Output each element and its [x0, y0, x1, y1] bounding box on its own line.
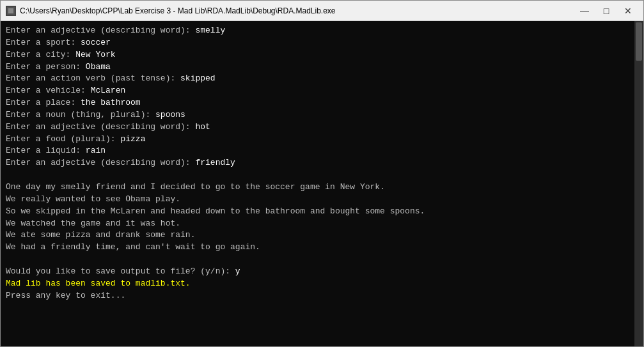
input-noun: spoons [155, 110, 185, 120]
line-12: Enter an adjective (describing word): fr… [6, 157, 629, 169]
window-icon [6, 6, 16, 16]
line-5: Enter an action verb (past tense): skipp… [6, 73, 629, 85]
line-6: Enter a vehicle: McLaren [6, 85, 629, 97]
line-10: Enter a food (plural): pizza [6, 134, 629, 146]
save-line: Would you like to save output to file? (… [6, 266, 629, 278]
prompt-label-10: Enter a food (plural): [6, 134, 120, 144]
console-area: Enter an adjective (describing word): sm… [1, 21, 643, 346]
story-line-1: One day my smelly friend and I decided t… [6, 181, 629, 194]
input-sport: soccer [81, 38, 111, 47]
input-food: pizza [120, 134, 145, 144]
save-confirm-line: Mad lib has been saved to madlib.txt. [6, 278, 629, 290]
input-adjective2: hot [195, 122, 210, 132]
prompt-label-2: Enter a sport: [6, 38, 81, 47]
prompt-label-11: Enter a liquid: [6, 146, 86, 155]
line-3: Enter a city: New York [6, 49, 629, 61]
blank-2 [6, 254, 629, 266]
input-city: New York [75, 50, 115, 59]
title-bar-text: C:\Users\Ryan\Desktop\CPP\Lab Exercise 3… [20, 6, 574, 15]
input-person: Obama [86, 62, 111, 72]
input-vehicle: McLaren [91, 86, 126, 95]
prompt-label-7: Enter a place: [6, 98, 81, 107]
line-1: Enter an adjective (describing word): sm… [6, 25, 629, 37]
story-line-3: So we skipped in the McLaren and headed … [6, 206, 629, 218]
prompt-label-12: Enter an adjective (describing word): [6, 158, 195, 167]
line-2: Enter a sport: soccer [6, 37, 629, 49]
close-button[interactable]: ✕ [618, 3, 638, 19]
story-line-6: We had a friendly time, and can't wait t… [6, 242, 629, 254]
svg-rect-1 [8, 8, 13, 13]
input-adjective3: friendly [195, 158, 235, 167]
blank-1 [6, 169, 629, 181]
empty-space [6, 302, 629, 346]
prompt-label-5: Enter an action verb (past tense): [6, 73, 180, 83]
story-line-5: We ate some pizza and drank some rain. [6, 229, 629, 242]
input-adjective1: smelly [195, 26, 225, 35]
console-output: Enter an adjective (describing word): sm… [1, 21, 634, 346]
scrollbar-thumb[interactable] [636, 22, 642, 61]
scrollbar[interactable] [634, 21, 643, 346]
line-9: Enter an adjective (describing word): ho… [6, 121, 629, 134]
prompt-label-3: Enter a city: [6, 50, 75, 59]
title-bar-controls: — □ ✕ [574, 3, 638, 19]
minimize-button[interactable]: — [574, 3, 595, 19]
story-line-4: We watched the game and it was hot. [6, 218, 629, 230]
prompt-label-4: Enter a person: [6, 62, 86, 72]
prompt-label-8: Enter a noun (thing, plural): [6, 110, 155, 120]
input-liquid: rain [86, 146, 106, 155]
input-place: the bathroom [81, 98, 141, 107]
save-answer: y [235, 266, 240, 276]
save-prompt-label: Would you like to save output to file? (… [6, 266, 235, 276]
prompt-label-9: Enter an adjective (describing word): [6, 122, 195, 132]
story-line-2: We really wanted to see Obama play. [6, 194, 629, 206]
title-bar: C:\Users\Ryan\Desktop\CPP\Lab Exercise 3… [1, 1, 643, 21]
line-8: Enter a noun (thing, plural): spoons [6, 109, 629, 121]
exit-line: Press any key to exit... [6, 290, 629, 302]
input-action: skipped [180, 73, 216, 83]
line-7: Enter a place: the bathroom [6, 97, 629, 109]
line-4: Enter a person: Obama [6, 61, 629, 73]
maximize-button[interactable]: □ [596, 3, 617, 19]
line-11: Enter a liquid: rain [6, 145, 629, 157]
prompt-label-6: Enter a vehicle: [6, 86, 91, 95]
console-window: C:\Users\Ryan\Desktop\CPP\Lab Exercise 3… [0, 0, 644, 347]
prompt-label-1: Enter an adjective (describing word): [6, 26, 195, 35]
